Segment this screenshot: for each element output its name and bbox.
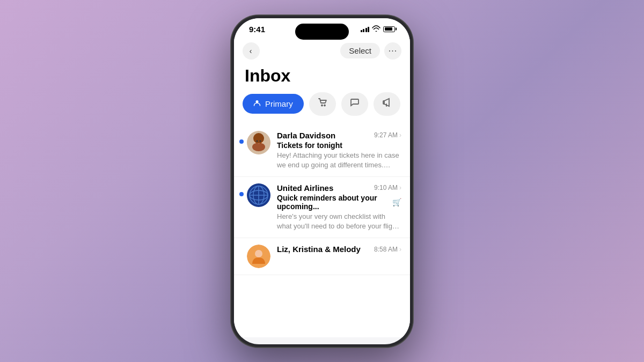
tab-promotions[interactable]: [374, 92, 400, 116]
email-header: Darla Davidson 9:27 AM ›: [277, 131, 401, 140]
tab-shopping[interactable]: [309, 92, 336, 116]
svg-point-1: [321, 105, 323, 106]
nav-actions: Select ···: [340, 42, 401, 60]
sender-name: United Airlines: [277, 183, 333, 193]
status-bar: 9:41: [234, 18, 410, 38]
sender-name: Darla Davidson: [277, 131, 335, 140]
inbox-header: Inbox: [234, 64, 410, 92]
sender-name: Liz, Kristina & Melody: [277, 245, 361, 254]
email-content-group: Liz, Kristina & Melody 8:58 AM ›: [277, 245, 401, 255]
status-time: 9:41: [249, 25, 265, 34]
email-time: 8:58 AM ›: [374, 246, 401, 253]
signal-icon: [361, 26, 370, 32]
status-icons: [361, 25, 396, 33]
avatar-group: [247, 245, 270, 268]
email-content-united: United Airlines 9:10 AM › Quick reminder…: [277, 183, 401, 231]
back-icon: ‹: [250, 47, 252, 55]
chevron-right-icon: ›: [399, 184, 401, 191]
person-icon: [253, 99, 261, 108]
email-item-group[interactable]: Liz, Kristina & Melody 8:58 AM ›: [234, 238, 410, 275]
svg-point-2: [324, 105, 325, 106]
mail-content: ‹ Select ··· Inbox: [234, 38, 410, 337]
unread-indicator: [239, 139, 244, 144]
select-button[interactable]: Select: [340, 43, 380, 58]
category-tabs: Primary: [234, 92, 410, 124]
battery-icon: [383, 26, 395, 32]
megaphone-icon: [382, 97, 392, 110]
email-time: 9:27 AM ›: [374, 131, 401, 139]
email-preview: Hey! Attaching your tickets here in case…: [277, 151, 401, 170]
back-button[interactable]: ‹: [243, 42, 260, 60]
email-content-darla: Darla Davidson 9:27 AM › Tickets for ton…: [277, 131, 401, 170]
email-subject: Tickets for tonight: [277, 141, 401, 150]
navigation-bar: ‹ Select ···: [234, 38, 410, 64]
shopping-icon: [317, 97, 328, 110]
email-header: United Airlines 9:10 AM ›: [277, 183, 401, 193]
chat-icon: [349, 97, 360, 110]
tab-primary[interactable]: Primary: [243, 94, 304, 114]
email-item-darla[interactable]: Darla Davidson 9:27 AM › Tickets for ton…: [234, 124, 410, 177]
dynamic-island: [295, 24, 349, 40]
ellipsis-icon: ···: [389, 46, 397, 56]
unread-indicator: [239, 192, 244, 196]
email-subject: Quick reminders about your upcoming... 🛒: [277, 194, 401, 211]
shopping-badge-icon: 🛒: [392, 198, 401, 206]
inbox-title: Inbox: [245, 66, 399, 86]
svg-point-16: [255, 250, 262, 257]
email-item-united[interactable]: United Airlines 9:10 AM › Quick reminder…: [234, 177, 410, 238]
email-time: 9:10 AM ›: [374, 184, 401, 191]
tab-primary-label: Primary: [265, 99, 293, 108]
email-preview: Here's your very own checklist with what…: [277, 212, 401, 231]
phone-screen: 9:41: [234, 18, 410, 344]
tab-social[interactable]: [341, 92, 368, 116]
avatar-darla: [247, 131, 270, 154]
more-button[interactable]: ···: [384, 42, 401, 60]
avatar-united: [247, 183, 270, 207]
wifi-icon: [372, 25, 380, 33]
phone-frame: 9:41: [231, 15, 413, 348]
email-header: Liz, Kristina & Melody 8:58 AM ›: [277, 245, 401, 254]
svg-point-7: [257, 140, 258, 142]
chevron-right-icon: ›: [399, 246, 401, 253]
email-list: Darla Davidson 9:27 AM › Tickets for ton…: [234, 124, 410, 276]
svg-point-8: [260, 140, 261, 142]
chevron-right-icon: ›: [399, 131, 401, 139]
svg-point-6: [253, 133, 264, 144]
